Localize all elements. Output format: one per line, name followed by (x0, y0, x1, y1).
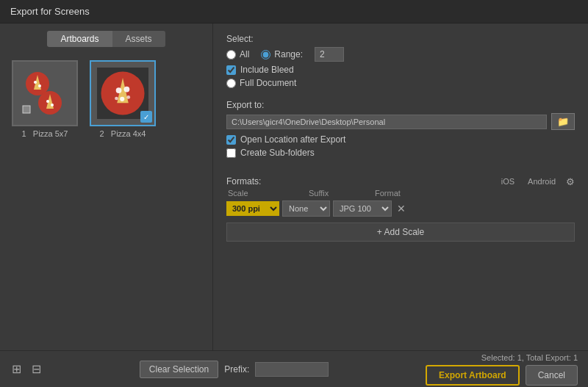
col-suffix-header: Suffix (309, 189, 375, 198)
format-dropdown[interactable]: JPG 100 JPG 72 PNG SVG PDF (333, 200, 392, 217)
artboard-item-1[interactable]: 1 Pizza 5x7 (12, 60, 78, 138)
title-bar: Export for Screens (0, 0, 588, 23)
radio-all-input[interactable] (226, 50, 236, 59)
bottom-left: ⊞ ⊟ (10, 361, 43, 377)
artboards-grid: 1 Pizza 5x7 (0, 53, 212, 350)
open-location-checkbox[interactable]: Open Location after Export (226, 134, 575, 145)
android-button[interactable]: Android (525, 176, 559, 187)
main-content: Artboards Assets (0, 23, 588, 350)
formats-section: Formats: iOS Android ⚙ Scale Suffix Form… (226, 171, 575, 242)
svg-point-7 (46, 100, 49, 103)
formats-header: Formats: iOS Android ⚙ (226, 176, 575, 187)
create-subfolders-input[interactable] (226, 148, 236, 158)
svg-point-17 (126, 95, 130, 99)
svg-point-14 (124, 87, 130, 93)
browse-folder-button[interactable]: 📁 (551, 113, 575, 130)
selected-info: Selected: 1, Total Export: 1 (481, 353, 578, 362)
tabs-row: Artboards Assets (0, 23, 212, 53)
svg-point-13 (116, 87, 122, 93)
include-bleed-input[interactable] (226, 65, 236, 75)
export-artboard-button[interactable]: Export Artboard (426, 365, 520, 386)
scale-select[interactable]: 300 ppi 1x 2x 3x 72 ppi 96 ppi 150 ppi (226, 201, 279, 216)
left-panel: Artboards Assets (0, 23, 213, 350)
open-location-input[interactable] (226, 135, 236, 145)
svg-rect-9 (23, 106, 30, 113)
include-bleed-label: Include Bleed (240, 65, 294, 75)
select-section: Select: All Range: Include Bleed (226, 34, 575, 88)
selected-checkmark: ✓ (140, 111, 152, 123)
open-location-label: Open Location after Export (240, 134, 345, 145)
artboard-preview-1 (19, 68, 71, 119)
export-path-input[interactable] (226, 115, 547, 129)
grid-view-button[interactable]: ⊞ (10, 361, 23, 377)
export-for-screens-dialog: Export for Screens Artboards Assets (0, 0, 588, 387)
export-to-label: Export to: (226, 100, 575, 110)
svg-point-16 (115, 97, 118, 101)
add-scale-row[interactable]: + Add Scale (226, 223, 575, 242)
formats-columns-header: Scale Suffix Format (226, 189, 575, 198)
bottom-right-area: Selected: 1, Total Export: 1 Export Artb… (426, 353, 578, 386)
svg-point-15 (120, 97, 124, 101)
svg-point-3 (34, 81, 37, 84)
settings-icon[interactable]: ⚙ (566, 176, 575, 187)
full-document-input[interactable] (226, 79, 236, 88)
export-to-section: Export to: 📁 Open Location after Export … (226, 100, 575, 161)
col-format-header: Format (375, 189, 575, 198)
artboard-item-2[interactable]: ✓ 2 Pizza 4x4 (90, 60, 156, 138)
radio-range-input[interactable] (261, 50, 270, 59)
list-view-button[interactable]: ⊟ (30, 361, 43, 377)
action-buttons: Export Artboard Cancel (426, 365, 578, 386)
clear-selection-button[interactable]: Clear Selection (140, 361, 218, 378)
suffix-dropdown[interactable]: None @1x @2x @3x (282, 200, 330, 217)
artboard-label-1: 1 Pizza 5x7 (22, 129, 68, 138)
artboard-thumb-2: ✓ (90, 60, 156, 126)
col-scale-header: Scale (228, 189, 309, 198)
svg-point-4 (38, 84, 41, 87)
path-row: 📁 (226, 113, 575, 130)
dialog-title: Export for Screens (10, 6, 90, 17)
platform-buttons: iOS Android ⚙ (498, 176, 575, 187)
bottom-middle: Clear Selection Prefix: (140, 361, 329, 378)
right-panel: Select: All Range: Include Bleed (213, 23, 588, 350)
select-label: Select: (226, 34, 575, 44)
tab-artboards[interactable]: Artboards (47, 31, 112, 47)
range-value-input[interactable] (315, 47, 344, 62)
svg-point-8 (51, 104, 54, 106)
create-subfolders-label: Create Sub-folders (240, 148, 315, 158)
cancel-button[interactable]: Cancel (526, 365, 578, 386)
tab-assets[interactable]: Assets (112, 31, 165, 47)
artboard-label-2: 2 Pizza 4x4 (100, 129, 146, 138)
prefix-label: Prefix: (224, 364, 249, 375)
remove-format-button[interactable]: ✕ (395, 203, 408, 214)
radio-all[interactable]: All (226, 49, 249, 59)
radio-all-label: All (240, 49, 249, 59)
formats-label: Formats: (226, 176, 261, 187)
artboard-thumb-1 (12, 60, 78, 126)
full-document-label: Full Document (240, 78, 296, 88)
radio-group-select: All Range: (226, 47, 575, 62)
include-bleed-checkbox[interactable]: Include Bleed (226, 65, 575, 75)
ios-button[interactable]: iOS (498, 176, 517, 187)
format-row-1: 300 ppi 1x 2x 3x 72 ppi 96 ppi 150 ppi N… (226, 200, 575, 217)
radio-range[interactable]: Range: (261, 49, 303, 59)
create-subfolders-checkbox[interactable]: Create Sub-folders (226, 148, 575, 158)
radio-range-label: Range: (274, 49, 303, 59)
full-document-radio[interactable]: Full Document (226, 78, 575, 88)
prefix-input[interactable] (255, 362, 329, 377)
bottom-bar: ⊞ ⊟ Clear Selection Prefix: Selected: 1,… (0, 350, 588, 387)
add-scale-button[interactable]: + Add Scale (377, 227, 424, 237)
